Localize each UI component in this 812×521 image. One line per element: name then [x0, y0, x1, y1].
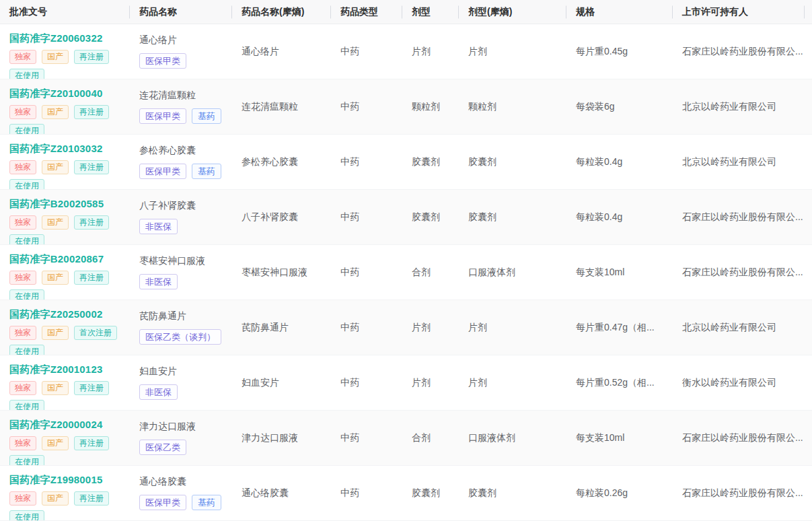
approval-number-link[interactable]: 国药准字Z20250002: [9, 308, 103, 321]
insurance-badge: 医保乙类: [139, 440, 186, 455]
insurance-badge: 非医保: [139, 274, 178, 289]
insurance-badges: 医保甲类基药: [139, 495, 221, 510]
drug-name: 芪防鼻通片: [139, 310, 186, 322]
dosage-form-cell: 片剂: [402, 300, 459, 355]
status-tag: 在使用: [9, 69, 44, 79]
table-row[interactable]: 国药准字Z20100040 独家国产再注册在使用 连花清瘟颗粒 医保甲类基药 连…: [0, 79, 812, 135]
drug-name-cell: 芪防鼻通片 医保乙类（谈判）: [130, 300, 232, 355]
spec-cell: 每片重0.45g: [566, 24, 673, 79]
approval-number-link[interactable]: 国药准字Z20100040: [9, 88, 103, 100]
status-tag: 再注册: [74, 491, 109, 506]
column-header-name: 药品名称: [130, 0, 232, 24]
holder-cell: 北京以岭药业有限公司: [673, 79, 805, 134]
status-tag: 在使用: [9, 179, 44, 189]
insurance-badges: 医保甲类: [139, 53, 186, 69]
holder-cell: 石家庄以岭药业股份有限公...: [673, 190, 805, 244]
drug-name-mh-cell: 连花清瘟颗粒: [232, 79, 331, 134]
insurance-badges: 非医保: [139, 219, 178, 234]
table-row[interactable]: 国药准字Z20000024 独家国产再注册在使用 津力达口服液 医保乙类 津力达…: [0, 411, 812, 466]
row-spacer-cell: [805, 79, 812, 134]
table-row[interactable]: 国药准字Z20103032 独家国产再注册在使用 参松养心胶囊 医保甲类基药 参…: [0, 135, 812, 190]
status-tag: 在使用: [9, 510, 44, 520]
row-spacer-cell: [805, 466, 812, 520]
drug-name-cell: 连花清瘟颗粒 医保甲类基药: [130, 79, 232, 134]
approval-cell: 国药准字B20020585 独家国产再注册在使用: [0, 190, 130, 244]
approval-cell: 国药准字Z20060322 独家国产再注册在使用: [0, 24, 130, 79]
approval-number-link[interactable]: 国药准字B20020867: [9, 253, 104, 266]
approval-number-link[interactable]: 国药准字Z20010123: [9, 363, 103, 376]
insurance-badge: 基药: [192, 164, 221, 179]
table-body: 国药准字Z20060322 独家国产再注册在使用 通心络片 医保甲类 通心络片 …: [0, 24, 812, 521]
table-row[interactable]: 国药准字Z19980015 独家国产再注册在使用 通心络胶囊 医保甲类基药 通心…: [0, 466, 812, 521]
drug-name-cell: 通心络胶囊 医保甲类基药: [130, 466, 232, 520]
drug-name-mh-cell: 芪防鼻通片: [232, 300, 331, 355]
row-spacer-cell: [805, 411, 812, 465]
spec-cell: 每粒装0.26g: [566, 466, 673, 520]
status-tag: 在使用: [9, 124, 44, 134]
drug-name-cell: 八子补肾胶囊 非医保: [130, 190, 232, 244]
table-row[interactable]: 国药准字B20020867 独家国产再注册在使用 枣椹安神口服液 非医保 枣椹安…: [0, 245, 812, 300]
status-tag: 在使用: [9, 345, 44, 355]
drug-name: 枣椹安神口服液: [139, 255, 205, 267]
holder-cell: 衡水以岭药业有限公司: [673, 355, 805, 410]
spec-cell: 每支装10ml: [566, 411, 673, 465]
status-tag: 国产: [42, 491, 69, 506]
dosage-form-cell: 合剂: [402, 411, 459, 465]
drug-name-cell: 通心络片 医保甲类: [130, 24, 232, 79]
drug-name-cell: 枣椹安神口服液 非医保: [130, 245, 232, 300]
status-tags: 独家国产再注册在使用: [9, 160, 126, 189]
dosage-form-mh-cell: 口服液体剂: [459, 411, 566, 465]
status-tag: 独家: [9, 436, 36, 450]
dosage-form-mh-cell: 片剂: [459, 355, 566, 410]
insurance-badge: 基药: [192, 108, 221, 124]
status-tag: 独家: [9, 215, 36, 230]
status-tag: 在使用: [9, 289, 44, 300]
holder-cell: 石家庄以岭药业股份有限公...: [673, 245, 805, 300]
drug-type-cell: 中药: [331, 300, 402, 355]
drug-type-cell: 中药: [331, 79, 402, 134]
holder-cell: 北京以岭药业有限公司: [673, 135, 805, 189]
table-row[interactable]: 国药准字B20020585 独家国产再注册在使用 八子补肾胶囊 非医保 八子补肾…: [0, 190, 812, 245]
drug-name: 参松养心胶囊: [139, 145, 196, 157]
status-tag: 独家: [9, 381, 36, 395]
dosage-form-cell: 胶囊剂: [402, 135, 459, 189]
status-tags: 独家国产再注册在使用: [9, 215, 126, 244]
dosage-form-mh-cell: 胶囊剂: [459, 466, 566, 520]
approval-number-link[interactable]: 国药准字B20020585: [9, 198, 104, 211]
drug-name-mh-cell: 八子补肾胶囊: [232, 190, 331, 244]
table-row[interactable]: 国药准字Z20060322 独家国产再注册在使用 通心络片 医保甲类 通心络片 …: [0, 24, 812, 79]
status-tag: 再注册: [74, 215, 109, 230]
dosage-form-cell: 片剂: [402, 355, 459, 410]
insurance-badges: 医保乙类（谈判）: [139, 329, 221, 345]
holder-cell: 石家庄以岭药业股份有限公...: [673, 466, 805, 520]
table-row[interactable]: 国药准字Z20010123 独家国产再注册在使用 妇血安片 非医保 妇血安片 中…: [0, 355, 812, 411]
table-row[interactable]: 国药准字Z20250002 独家国产首次注册在使用 芪防鼻通片 医保乙类（谈判）…: [0, 300, 812, 355]
drug-name: 妇血安片: [139, 366, 177, 378]
column-header-spacer: [805, 0, 812, 24]
holder-cell: 北京以岭药业有限公司: [673, 300, 805, 355]
status-tags: 独家国产再注册在使用: [9, 381, 126, 410]
insurance-badge: 非医保: [139, 219, 178, 234]
approval-number-link[interactable]: 国药准字Z19980015: [9, 474, 103, 487]
dosage-form-cell: 颗粒剂: [402, 79, 459, 134]
approval-cell: 国药准字Z20000024 独家国产再注册在使用: [0, 411, 130, 465]
insurance-badge: 医保甲类: [139, 495, 186, 510]
status-tag: 独家: [9, 105, 36, 119]
drug-name-mh-cell: 枣椹安神口服液: [232, 245, 331, 300]
status-tag: 再注册: [74, 271, 109, 285]
column-header-dosage_form_mh: 剂型(摩熵): [459, 0, 566, 24]
drug-name: 连花清瘟颗粒: [139, 90, 196, 102]
spec-cell: 每粒装0.4g: [566, 135, 673, 189]
status-tag: 独家: [9, 160, 36, 174]
drug-name: 八子补肾胶囊: [139, 200, 196, 212]
drug-name: 津力达口服液: [139, 421, 196, 433]
approval-number-link[interactable]: 国药准字Z20103032: [9, 143, 103, 155]
dosage-form-mh-cell: 胶囊剂: [459, 135, 566, 189]
approval-number-link[interactable]: 国药准字Z20000024: [9, 419, 103, 431]
status-tag: 在使用: [9, 234, 44, 244]
status-tags: 独家国产再注册在使用: [9, 50, 126, 79]
column-header-name_mh: 药品名称(摩熵): [232, 0, 331, 24]
approval-number-link[interactable]: 国药准字Z20060322: [9, 32, 103, 45]
dosage-form-mh-cell: 片剂: [459, 24, 566, 79]
approval-cell: 国药准字Z20010123 独家国产再注册在使用: [0, 355, 130, 410]
